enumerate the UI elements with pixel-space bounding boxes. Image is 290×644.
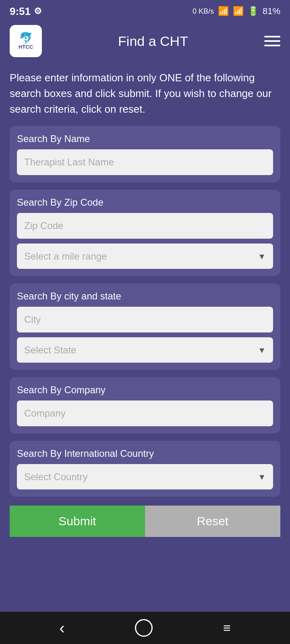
signal-icon: 📶	[233, 6, 244, 17]
search-by-name-card: Search By Name	[10, 126, 280, 182]
app-header: 🐬 HTCC Find a CHT	[0, 21, 290, 64]
main-content: Please enter information in only ONE of …	[0, 64, 290, 612]
bottom-navigation: ‹ ≡	[0, 612, 290, 644]
mile-range-wrapper: Select a mile range 5 miles 10 miles 25 …	[17, 244, 273, 269]
recents-button[interactable]: ≡	[223, 621, 231, 636]
home-button[interactable]	[135, 619, 153, 637]
country-select[interactable]: Select Country Canada United Kingdom Aus…	[17, 464, 273, 489]
status-time: 9:51	[10, 5, 31, 18]
search-by-city-state-card: Search By city and state Select State Al…	[10, 283, 280, 370]
country-select-wrapper: Select Country Canada United Kingdom Aus…	[17, 464, 273, 489]
menu-line-1	[264, 36, 280, 37]
action-buttons: Submit Reset	[10, 506, 280, 537]
therapist-last-name-input[interactable]	[17, 149, 273, 175]
battery-icon: 🔋	[248, 6, 259, 17]
city-input[interactable]	[17, 307, 273, 332]
search-by-company-card: Search By Company	[10, 377, 280, 433]
settings-icon: ⚙	[34, 6, 42, 17]
mile-range-select[interactable]: Select a mile range 5 miles 10 miles 25 …	[17, 244, 273, 269]
search-by-zip-card: Search By Zip Code Select a mile range 5…	[10, 190, 280, 276]
status-time-area: 9:51 ⚙	[10, 5, 42, 18]
logo-icon: 🐬	[19, 33, 33, 44]
back-button[interactable]: ‹	[59, 619, 64, 637]
hamburger-menu-button[interactable]	[264, 36, 280, 46]
intro-text: Please enter information in only ONE of …	[10, 70, 280, 117]
state-select-wrapper: Select State Alabama Alaska Arizona Arka…	[17, 337, 273, 363]
app-logo: 🐬 HTCC	[10, 25, 42, 57]
menu-line-2	[264, 40, 280, 42]
submit-button[interactable]: Submit	[10, 506, 145, 537]
logo-text: HTCC	[19, 44, 33, 50]
reset-button[interactable]: Reset	[145, 506, 280, 537]
company-input[interactable]	[17, 400, 273, 426]
search-by-company-label: Search By Company	[17, 384, 273, 396]
network-speed: 0 KB/s	[193, 7, 214, 16]
search-by-country-label: Search By International Country	[17, 448, 273, 459]
search-by-name-label: Search By Name	[17, 133, 273, 144]
search-by-zip-label: Search By Zip Code	[17, 197, 273, 208]
page-title: Find a CHT	[42, 33, 264, 49]
zip-code-input[interactable]	[17, 213, 273, 239]
wifi-icon: 📶	[218, 6, 229, 17]
state-select[interactable]: Select State Alabama Alaska Arizona Arka…	[17, 337, 273, 363]
search-by-city-state-label: Search By city and state	[17, 291, 273, 302]
status-icons-area: 0 KB/s 📶 📶 🔋 81%	[193, 6, 280, 17]
status-bar: 9:51 ⚙ 0 KB/s 📶 📶 🔋 81%	[0, 0, 290, 21]
battery-percent: 81%	[263, 6, 280, 17]
search-by-country-card: Search By International Country Select C…	[10, 441, 280, 497]
menu-line-3	[264, 45, 280, 46]
